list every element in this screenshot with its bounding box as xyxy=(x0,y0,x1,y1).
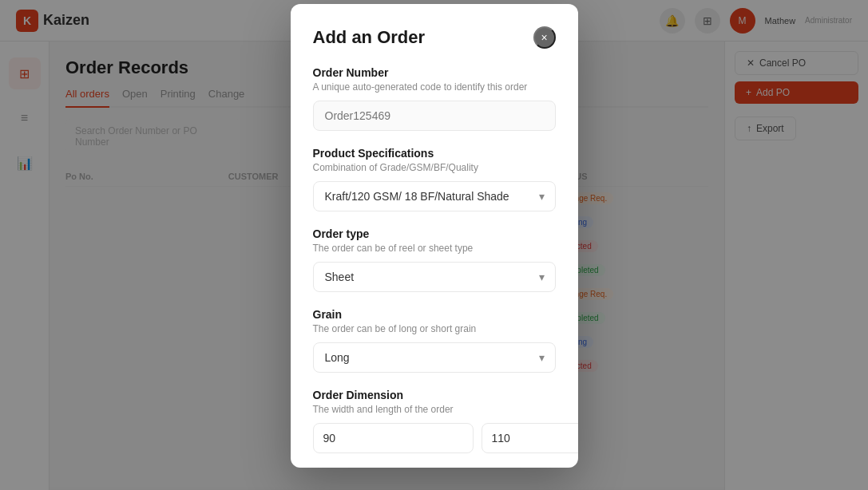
order-dimension-label: Order Dimension xyxy=(313,389,556,401)
order-dimension-field: Order Dimension The width and length of … xyxy=(313,389,556,453)
product-specs-select[interactable]: Kraft/120 GSM/ 18 BF/Natural ShadeKraft/… xyxy=(313,181,556,211)
grain-select-wrapper: LongShort xyxy=(313,342,556,373)
grain-select[interactable]: LongShort xyxy=(313,342,556,373)
width-input[interactable] xyxy=(313,423,474,453)
order-type-desc: The order can be of reel or sheet type xyxy=(313,243,556,254)
order-type-field: Order type The order can be of reel or s… xyxy=(313,227,556,292)
modal-header: Add an Order × xyxy=(313,26,556,49)
order-type-select[interactable]: SheetReel xyxy=(313,262,556,292)
modal-close-button[interactable]: × xyxy=(533,26,556,49)
order-type-label: Order type xyxy=(313,227,556,240)
order-number-input[interactable] xyxy=(313,101,556,131)
grain-label: Grain xyxy=(313,308,556,321)
product-specs-label: Product Specifications xyxy=(313,147,556,160)
grain-field: Grain The order can be of long or short … xyxy=(313,308,556,373)
order-number-label: Order Number xyxy=(313,66,556,79)
order-number-desc: A unique auto-generated code to identify… xyxy=(313,81,556,93)
order-number-field: Order Number A unique auto-generated cod… xyxy=(313,66,556,131)
add-order-modal: Add an Order × Order Number A unique aut… xyxy=(291,4,578,467)
modal-title: Add an Order xyxy=(313,27,426,48)
dimension-row: CMMMInch xyxy=(313,423,556,453)
product-specs-desc: Combination of Grade/GSM/BF/Quality xyxy=(313,162,556,173)
product-specs-field: Product Specifications Combination of Gr… xyxy=(313,147,556,211)
order-dimension-desc: The width and length of the order xyxy=(313,404,556,415)
order-type-select-wrapper: SheetReel xyxy=(313,262,556,292)
grain-desc: The order can be of long or short grain xyxy=(313,323,556,334)
product-specs-select-wrapper: Kraft/120 GSM/ 18 BF/Natural ShadeKraft/… xyxy=(313,181,556,211)
length-input[interactable] xyxy=(482,423,578,453)
